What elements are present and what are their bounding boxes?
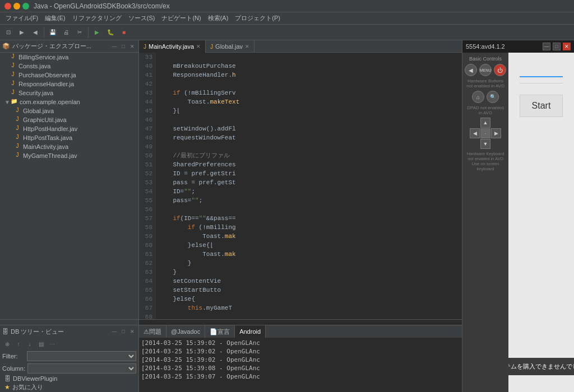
avd-screen: Start アイテムを購入できませんでした。 [508,53,574,392]
dpad-empty-bl [470,139,480,149]
toolbar-run[interactable]: ▶ [91,26,103,39]
db-close-btn[interactable]: ✕ [128,328,136,335]
tree-item-purchase[interactable]: J PurchaseObserver.ja [0,71,138,80]
minimize-panel-btn[interactable]: — [110,43,118,50]
toolbar-btn-3[interactable]: ◀ [29,26,41,39]
editor-tabs: J MainActivity.java ✕ J Global.jav ✕ [139,40,462,53]
traffic-lights [4,3,29,10]
avd-close-btn[interactable]: ✕ [563,43,571,50]
dpad-right[interactable]: ▶ [491,128,501,138]
avd-title-bar: 5554:avd4.1.2 — □ ✕ [462,40,574,53]
close-panel-btn[interactable]: ✕ [128,43,136,50]
package-explorer-controls: — □ ✕ [110,43,136,50]
db-btn-1[interactable]: ⊕ [2,339,12,349]
pkg-explorer-scrollbar[interactable] [0,319,138,325]
db-btn-4[interactable]: ▤ [36,339,46,349]
tab-global[interactable]: J Global.jav ✕ [206,40,254,53]
menu-navigate[interactable]: ナビゲート(N) [158,14,204,22]
tab-problems[interactable]: ⚠ 問題 [139,325,166,338]
menu-source[interactable]: ソース(S) [125,14,159,22]
tree-item-global[interactable]: J Global.java [0,106,138,115]
file-label: Security.java [18,90,53,96]
menu-file[interactable]: ファイル(F) [2,14,41,22]
db-btn-2[interactable]: ↑ [13,339,24,349]
db-favorites-item[interactable]: ★ お気に入り [0,382,138,392]
menu-project[interactable]: プロジェクト(P) [232,14,284,22]
avd-panel: 5554:avd4.1.2 — □ ✕ Basic Controls ◀ MEN… [462,40,574,392]
tree-item-package[interactable]: ▼ 📁 com.example.openlan [0,97,138,106]
db-maximize-btn[interactable]: □ [119,328,127,335]
maximize-button[interactable] [22,3,29,10]
menu-edit[interactable]: 編集(E) [41,14,69,22]
tab-android[interactable]: Android [235,325,266,338]
package-explorer-tree[interactable]: J BillingService.java J Consts.java J Pu… [0,53,138,319]
toolbar-debug[interactable]: 🐛 [104,26,117,39]
tab-declaration[interactable]: 📄 宣言 [205,325,235,338]
toolbar-btn-1[interactable]: ⊡ [2,26,15,39]
code-scrollbar-h[interactable] [139,319,462,325]
toolbar-stop[interactable]: ■ [118,26,130,39]
java-icon: J [13,134,21,142]
toolbar-separator-1 [44,27,44,38]
db-plugin-icon: 🗄 [4,375,11,382]
avd-home-btn[interactable]: ⌂ [472,91,484,103]
keyboard-note: Hardware Keyboard not enabled in AVDUse … [465,151,506,171]
tab-label-javadoc: Javadoc [177,328,200,335]
close-button[interactable] [4,3,11,10]
toolbar-btn-4[interactable]: 🖨 [60,26,72,39]
toolbar-btn-save[interactable]: 💾 [47,26,59,39]
menu-search[interactable]: 検索(A) [205,14,232,22]
dpad-left[interactable]: ◀ [470,128,480,138]
tree-item-consts[interactable]: J Consts.java [0,62,138,71]
minimize-button[interactable] [13,3,20,10]
avd-top-buttons: ◀ MENU ⏻ [465,64,506,76]
code-editor[interactable]: 33 40 41 42 43 44 45 46 47 48 49 50 51 5… [139,53,462,319]
console-line-1: [2014-03-25 15:39:02 - OpenGLAnc [141,339,460,347]
db-panel: 🗄 DB ツリー・ビュー — □ ✕ ⊕ ↑ ↓ ▤ ⋯ Filter: [0,325,138,392]
tree-item-security[interactable]: J Security.java [0,88,138,97]
tab-javadoc[interactable]: @ Javadoc [166,325,205,338]
menu-refactor[interactable]: リファクタリング [69,14,125,22]
phone-start-button[interactable]: Start [520,95,563,117]
avd-menu-btn[interactable]: MENU [479,64,492,76]
avd-window-buttons: — □ ✕ [543,43,571,50]
phone-text-input[interactable] [520,64,563,77]
filter-select[interactable] [27,351,136,361]
avd-search-btn[interactable]: 🔍 [487,91,499,103]
tree-item-graphic[interactable]: J GraphicUtil.java [0,115,138,124]
db-btn-3[interactable]: ↓ [25,339,35,349]
code-text[interactable]: mBreakoutPurchase ResponseHandler.h if (… [156,53,462,319]
tree-item-httppost-task[interactable]: J HttpPostTask.java [0,133,138,142]
toolbar-separator-2 [88,27,89,38]
console-line-4: [2014-03-25 15:39:08 - OpenGLAnc [141,364,460,372]
avd-minimize-btn[interactable]: — [543,43,550,50]
tab-close-0[interactable]: ✕ [196,44,201,49]
tree-item-mygame[interactable]: J MyGameThread.jav [0,151,138,160]
tree-item-response[interactable]: J ResponseHandler.ja [0,80,138,88]
java-icon: J [13,116,21,124]
tab-mainactivity[interactable]: J MainActivity.java ✕ [139,40,206,53]
java-icon: J [9,89,17,97]
db-plugin-label: DBViewerPlugin [13,375,57,382]
java-icon: J [9,80,17,88]
avd-restore-btn[interactable]: □ [553,43,561,50]
db-btn-5[interactable]: ⋯ [47,339,57,349]
dpad-up[interactable]: ▲ [480,118,490,128]
window-title: Java - OpenGLAndroidSDKBook3/src/com/ex [34,2,170,10]
db-plugin-item[interactable]: 🗄 DBViewerPlugin [0,375,138,382]
console-line-2: [2014-03-25 15:39:02 - OpenGLAnc [141,347,460,356]
avd-back-btn[interactable]: ◀ [465,64,477,76]
phone-screen-inner: Start アイテムを購入できませんでした。 [508,53,574,392]
dpad-down[interactable]: ▼ [480,139,490,149]
toolbar-btn-5[interactable]: ✂ [73,26,86,39]
toolbar-btn-2[interactable]: ▶ [16,26,28,39]
dpad-center[interactable]: · [480,128,490,138]
tree-item-mainactivity[interactable]: J MainActivity.java [0,142,138,151]
tab-close-1[interactable]: ✕ [245,44,249,49]
avd-power-btn[interactable]: ⏻ [494,64,506,76]
tree-item-billing[interactable]: J BillingService.java [0,53,138,62]
maximize-panel-btn[interactable]: □ [119,43,127,50]
column-select[interactable] [27,363,136,374]
db-minimize-btn[interactable]: — [110,328,118,335]
tree-item-httppost-handler[interactable]: J HttpPostHandler.jav [0,124,138,133]
